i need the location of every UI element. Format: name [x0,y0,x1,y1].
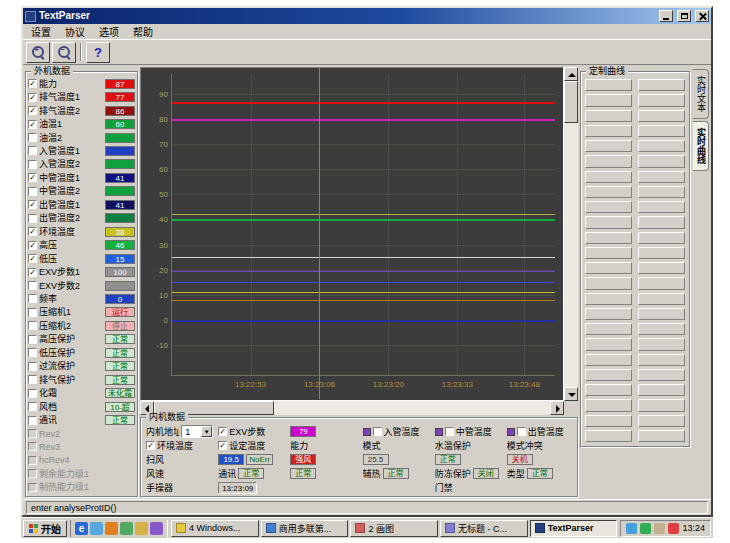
task-button-2[interactable]: 商用多联第... [261,520,349,537]
curve-slot[interactable] [585,399,632,411]
curve-slot[interactable] [585,79,632,91]
curve-slot[interactable] [638,369,685,381]
checkbox[interactable]: ✓ [218,427,227,436]
checkbox[interactable] [28,442,37,451]
curve-slot[interactable] [638,277,685,289]
checkbox[interactable]: ✓ [28,93,37,102]
network-icon[interactable] [626,523,637,534]
curve-slot[interactable] [585,293,632,305]
media-player-icon[interactable] [105,522,118,535]
checkbox[interactable] [28,335,37,344]
checkbox[interactable]: ✓ [28,241,37,250]
minimize-button[interactable] [659,10,673,22]
task-button-5[interactable]: TextParser [530,520,618,537]
curve-slot[interactable] [638,140,685,152]
scroll-down-arrow-icon[interactable] [564,387,578,401]
scroll-up-arrow-icon[interactable] [564,67,578,81]
checkbox[interactable] [517,427,526,436]
checkbox[interactable] [445,427,454,436]
curve-slot[interactable] [638,354,685,366]
curve-slot[interactable] [638,201,685,213]
curve-slot[interactable] [585,369,632,381]
checkbox[interactable]: ✓ [28,227,37,236]
curve-slot[interactable] [585,430,632,442]
msn-icon[interactable] [150,522,163,535]
checkbox[interactable] [28,348,37,357]
checkbox[interactable]: ✓ [28,173,37,182]
curve-slot[interactable] [585,384,632,396]
checkbox[interactable] [28,294,37,303]
curve-slot[interactable] [585,140,632,152]
vertical-scroll-thumb[interactable] [564,81,578,123]
side-tab-2[interactable]: 实时曲线 [692,121,709,171]
curve-slot[interactable] [638,155,685,167]
checkbox[interactable] [28,281,37,290]
side-tab-1[interactable]: 实时文本 [692,69,709,119]
curve-slot[interactable] [585,155,632,167]
checkbox[interactable] [28,416,37,425]
antivirus-icon[interactable] [640,523,651,534]
curve-slot[interactable] [638,94,685,106]
ie-icon[interactable]: e [75,522,88,535]
curve-slot[interactable] [585,125,632,137]
curve-slot[interactable] [638,384,685,396]
curve-slot[interactable] [585,338,632,350]
menu-item-2[interactable]: 协议 [58,23,92,40]
curve-slot[interactable] [585,262,632,274]
task-button-4[interactable]: 无标题 - C... [440,520,528,537]
curve-slot[interactable] [585,308,632,320]
ime-icon[interactable] [668,523,679,534]
help-button[interactable]: ? [86,42,110,63]
plot-area[interactable]: 9080706050403020100-1013:22:5313:23:0613… [140,67,564,401]
checkbox[interactable] [28,389,37,398]
checkbox[interactable] [28,133,37,142]
checkbox[interactable]: ✓ [28,200,37,209]
curve-slot[interactable] [638,171,685,183]
checkbox[interactable] [28,469,37,478]
close-button[interactable] [695,10,709,22]
curve-slot[interactable] [638,232,685,244]
checkbox[interactable]: ✓ [28,120,37,129]
curve-slot[interactable] [638,323,685,335]
task-button-1[interactable]: 4 Windows... [171,520,259,537]
outlook-icon[interactable] [120,522,133,535]
curve-slot[interactable] [638,110,685,122]
curve-slot[interactable] [585,247,632,259]
checkbox[interactable]: ✓ [28,79,37,88]
curve-slot[interactable] [585,216,632,228]
checkbox[interactable] [28,321,37,330]
checkbox[interactable] [28,187,37,196]
checkbox[interactable]: ✓ [28,106,37,115]
curve-slot[interactable] [638,125,685,137]
checkbox[interactable] [28,308,37,317]
curve-slot[interactable] [585,201,632,213]
curve-slot[interactable] [638,216,685,228]
checkbox[interactable] [28,429,37,438]
checkbox[interactable] [28,146,37,155]
checkbox[interactable]: ✓ [28,268,37,277]
volume-icon[interactable] [654,523,665,534]
menu-item-3[interactable]: 选项 [92,23,126,40]
curve-slot[interactable] [638,247,685,259]
start-button[interactable]: 开始 [23,520,67,537]
maximize-button[interactable] [677,10,691,22]
curve-slot[interactable] [638,308,685,320]
menu-item-4[interactable]: 帮助 [126,23,160,40]
curve-slot[interactable] [638,430,685,442]
checkbox[interactable] [28,402,37,411]
checkbox[interactable] [28,160,37,169]
checkbox[interactable] [28,483,37,492]
curve-slot[interactable] [585,186,632,198]
checkbox[interactable] [28,456,37,465]
zoom-out-button[interactable]: − [52,42,76,63]
checkbox[interactable]: ✓ [218,441,227,450]
curve-slot[interactable] [638,262,685,274]
curve-slot[interactable] [585,232,632,244]
curve-slot[interactable] [638,415,685,427]
curve-slot[interactable] [638,79,685,91]
chart-horizontal-scrollbar[interactable] [140,401,564,415]
zoom-in-button[interactable]: + [26,42,50,63]
curve-slot[interactable] [638,293,685,305]
checkbox[interactable] [28,375,37,384]
curve-slot[interactable] [638,338,685,350]
